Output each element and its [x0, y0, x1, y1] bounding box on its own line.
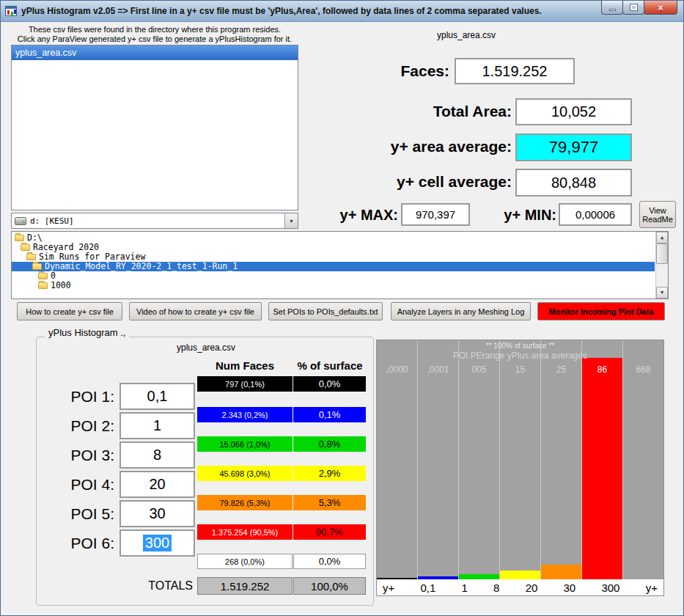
total-area-label: Total Area:	[367, 103, 512, 120]
axis-label: 1	[462, 582, 468, 594]
tree-item-label: Dynamic_Model_RY_2020-2_1_test_1-Run_1	[45, 262, 238, 271]
yplus-min-label: y+ MIN:	[476, 207, 556, 224]
folder-icon	[21, 244, 30, 251]
chart-column-label: ,0001	[418, 364, 458, 375]
faces-value: 1.519.252	[455, 58, 575, 84]
chart-column-label: 25	[541, 364, 581, 375]
poi-1-input[interactable]: 0,1	[119, 383, 195, 410]
instructions-line-1: These csv files were found in the direct…	[11, 25, 298, 34]
histogram-group-title: yPlus Histogram .,	[45, 327, 129, 338]
chart-column: 86	[582, 340, 623, 579]
chart-bar	[541, 565, 581, 579]
chart-title: ** 100% of surface **	[377, 342, 663, 350]
chart-x-axis: y+ 0,1 1 8 20 30 300 y+	[377, 579, 663, 595]
poi-6-value: 300	[143, 535, 172, 551]
title-bar: yPlus Histogram v2.05 => First line in a…	[1, 1, 683, 22]
maximize-button[interactable]	[622, 1, 644, 15]
drive-icon	[15, 217, 26, 225]
poi-3-input[interactable]: 8	[119, 441, 195, 469]
analyze-layers-button[interactable]: Analyze Layers in any Meshing Log	[391, 302, 531, 320]
scrollbar-thumb[interactable]	[656, 243, 668, 264]
how-to-create-button[interactable]: How to create y+ csv file	[17, 302, 122, 320]
total-area-value: 10,052	[515, 98, 632, 125]
drive-selector-value: d: [KESU]	[30, 216, 74, 226]
drive-selector[interactable]: d: [KESU] ▼	[11, 213, 298, 229]
poi-6-label: POI 6:	[23, 529, 114, 557]
tree-item-selected[interactable]: Dynamic_Model_RY_2020-2_1_test_1-Run_1	[12, 262, 655, 271]
tree-item[interactable]: 1000	[12, 281, 655, 290]
pct-cell: 2,9%	[293, 466, 366, 481]
scroll-down-button[interactable]: ▼	[656, 287, 668, 298]
chart-column-label: 668	[623, 364, 663, 375]
tree-item[interactable]: D:\	[12, 233, 655, 243]
poi-1-value: 0,1	[147, 388, 168, 405]
overflow-faces-cell: 268 (0,0%)	[197, 554, 293, 569]
poi-5-value: 30	[149, 505, 165, 522]
directory-tree[interactable]: D:\ Raceyard 2020 Sim Runs for Paraview …	[11, 231, 669, 299]
poi-5-label: POI 5:	[23, 500, 114, 527]
scroll-up-button[interactable]: ▲	[656, 232, 668, 243]
view-readme-button[interactable]: View ReadMe	[639, 201, 676, 228]
chart-column: ,0000	[377, 340, 418, 579]
instructions-line-2: Click any ParaView generated y+ csv file…	[11, 34, 298, 44]
totals-faces-cell: 1.519.252	[197, 577, 293, 595]
poi-2-input[interactable]: 1	[119, 412, 195, 439]
axis-label: 30	[564, 582, 576, 594]
file-list-item[interactable]: yplus_area.csv	[12, 45, 298, 60]
poi-2-value: 1	[153, 417, 161, 434]
tree-item-label: 1000	[51, 281, 71, 290]
chart-bar	[500, 571, 540, 579]
close-button[interactable]: ×	[644, 1, 677, 15]
scrollbar[interactable]: ▲ ▼	[655, 232, 668, 298]
histogram-filename: yplus_area.csv	[144, 342, 268, 353]
chart-column: 25	[541, 340, 582, 579]
histogram-chart: ,0000 ,0001 005 15 25 86	[376, 340, 664, 596]
chart-column-label: ,0000	[377, 364, 417, 375]
axis-label: y+	[383, 582, 394, 594]
chart-column-label: 86	[582, 364, 622, 375]
cell-average-value: 80,848	[515, 169, 632, 197]
window-title: yPlus Histogram v2.05 => First line in a…	[21, 6, 542, 16]
folder-icon	[26, 254, 36, 260]
chevron-down-icon[interactable]: ▼	[284, 213, 298, 228]
poi-1-label: POI 1:	[23, 383, 114, 410]
chart-column: 005	[459, 340, 500, 579]
window-controls: ×	[602, 1, 677, 15]
axis-label: 20	[526, 582, 538, 594]
totals-label: TOTALS	[83, 579, 193, 593]
yplus-min-value: 0,00006	[559, 203, 632, 226]
poi-3-value: 8	[153, 447, 161, 463]
current-file-label: yplus_area.csv	[397, 30, 536, 40]
poi-6-input[interactable]: 300	[119, 529, 195, 557]
tree-item[interactable]: 0	[12, 271, 655, 281]
minimize-button[interactable]	[601, 1, 623, 15]
readme-button-line1: View	[649, 206, 666, 215]
set-pois-defaults-button[interactable]: Set POIs to POIs_defaults.txt	[268, 302, 383, 320]
poi-4-input[interactable]: 20	[119, 471, 195, 498]
poi-5-input[interactable]: 30	[119, 500, 195, 527]
csv-file-listbox[interactable]: yplus_area.csv	[11, 45, 298, 210]
poi-4-label: POI 4:	[23, 471, 114, 498]
axis-label: 8	[493, 582, 499, 594]
app-icon	[5, 6, 17, 16]
faces-label: Faces:	[316, 62, 449, 80]
poi-4-value: 20	[149, 476, 165, 493]
poi-2-label: POI 2:	[23, 412, 114, 439]
num-faces-cell: 45.698 (3,0%)	[197, 466, 293, 481]
chart-subtitle: POI PErange yPlus area averages	[377, 351, 663, 361]
area-average-value: 79,977	[515, 133, 632, 161]
chart-plot-area: ,0000 ,0001 005 15 25 86	[377, 340, 663, 579]
chart-bar	[582, 358, 622, 579]
num-faces-cell: 79.826 (5,3%)	[197, 495, 293, 510]
axis-label: y+	[646, 582, 658, 594]
pct-surface-header: % of surface	[293, 359, 367, 372]
video-how-to-button[interactable]: Video of how to create y+ csv file	[129, 302, 262, 320]
monitor-plot-data-button[interactable]: Monitor Incoming Plot Data	[537, 302, 665, 320]
chart-column: 668	[623, 340, 663, 579]
folder-icon	[15, 235, 24, 241]
overflow-pct-cell: 0,0%	[293, 554, 366, 569]
chart-column: 15	[500, 340, 541, 579]
axis-label: 300	[601, 582, 619, 594]
pct-cell: 0,8%	[293, 436, 366, 452]
num-faces-cell: 2.343 (0,2%)	[197, 407, 293, 422]
